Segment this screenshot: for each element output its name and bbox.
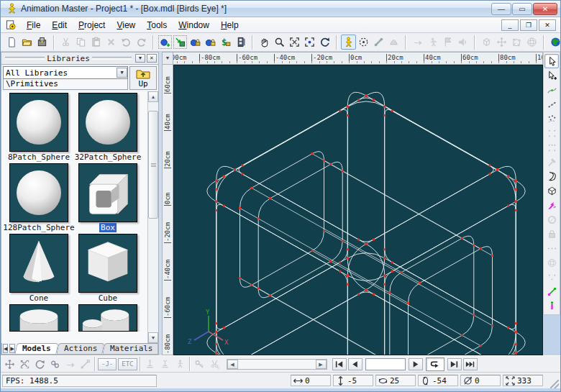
mdi-minimize-button[interactable]: _ <box>501 19 519 31</box>
menu-help[interactable]: Help <box>215 18 245 32</box>
zoom-button[interactable] <box>272 35 287 50</box>
loop-button[interactable] <box>426 357 444 371</box>
action-pose-button[interactable] <box>425 35 440 50</box>
library-item-128patch_sphere[interactable]: 128Patch_Sphere <box>4 163 73 232</box>
j-button[interactable]: -J- <box>98 358 117 370</box>
tick-magenta-button[interactable] <box>544 298 559 313</box>
library-item-8patch_sphere[interactable]: 8Patch_Sphere <box>4 93 73 162</box>
rotate-manipulator-button[interactable] <box>32 357 47 372</box>
line-green-button[interactable] <box>544 284 559 298</box>
close-button[interactable]: ✕ <box>533 3 557 15</box>
scrollbar-track[interactable] <box>148 102 158 332</box>
library-item-box[interactable]: Box <box>73 163 142 232</box>
save-package-button[interactable] <box>35 35 50 50</box>
library-item-32patch_sphere[interactable]: 32Patch_Sphere <box>73 93 142 162</box>
skeleton-small-button[interactable] <box>173 357 188 372</box>
redo-button[interactable] <box>134 35 149 50</box>
panel-pin-button[interactable]: ▼ <box>135 54 145 63</box>
new-document-button[interactable] <box>4 35 19 50</box>
key-button[interactable] <box>192 357 207 372</box>
tab-scroll-left-button[interactable]: ◀ <box>3 344 8 353</box>
step-forward-button[interactable] <box>447 358 462 370</box>
stand-button[interactable] <box>142 357 158 372</box>
library-film-button[interactable] <box>233 35 248 50</box>
add-point-button[interactable] <box>544 83 559 97</box>
maximize-button[interactable]: ▭ <box>512 3 532 15</box>
character-button[interactable] <box>341 35 356 50</box>
skeleton-mode-button[interactable] <box>356 35 371 50</box>
item-thumbnail[interactable] <box>9 163 68 222</box>
select-add-button[interactable] <box>544 68 559 83</box>
scroll-left-icon[interactable]: ◀ <box>227 360 238 369</box>
lathe-button[interactable] <box>544 169 559 183</box>
dropdown-arrow-icon[interactable]: ▼ <box>117 68 127 78</box>
cut-button[interactable] <box>58 35 73 50</box>
play-button[interactable] <box>409 358 423 370</box>
step-back-button[interactable] <box>332 358 347 370</box>
dots-row2-button[interactable] <box>544 270 559 284</box>
resize-grip[interactable] <box>550 380 559 388</box>
scrollbar-thumb[interactable] <box>148 111 158 219</box>
points-line-button[interactable] <box>544 97 559 111</box>
vector-line-button[interactable] <box>78 357 93 372</box>
zoom-fit-button[interactable] <box>287 35 302 50</box>
menu-edit[interactable]: Edit <box>46 18 73 32</box>
bone-button[interactable] <box>371 35 386 50</box>
library-import-button[interactable] <box>173 35 188 50</box>
menu-tools[interactable]: Tools <box>141 18 173 32</box>
library-lock-button[interactable] <box>188 35 203 50</box>
stand2-button[interactable] <box>158 357 173 372</box>
mdi-close-button[interactable]: ✕ <box>539 19 556 31</box>
item-thumbnail[interactable] <box>78 163 137 222</box>
points-lasso-button[interactable] <box>544 111 559 126</box>
undo-button[interactable] <box>119 35 134 50</box>
copy-button[interactable] <box>73 35 88 50</box>
panel-close-button[interactable]: ✕ <box>147 54 157 63</box>
tab-scroll-right-button[interactable]: ▶ <box>9 344 14 353</box>
scissors-bone-button[interactable] <box>207 357 222 372</box>
translate-manipulator-button[interactable] <box>494 35 509 50</box>
lock-button[interactable] <box>544 227 559 241</box>
item-thumbnail[interactable] <box>78 304 137 332</box>
speaker-button[interactable] <box>455 35 470 50</box>
refresh-button[interactable] <box>317 35 332 50</box>
tab-materials[interactable]: Materials <box>102 343 158 354</box>
circle-tool-button[interactable] <box>544 212 559 227</box>
item-thumbnail[interactable] <box>78 93 137 152</box>
library-item[interactable] <box>73 304 142 332</box>
delete-button[interactable] <box>104 35 119 50</box>
action-repeat-button[interactable] <box>410 35 425 50</box>
dots-grid-button[interactable] <box>544 126 559 140</box>
library-dropdown[interactable]: All Libraries ▼ <box>3 66 128 79</box>
mdi-restore-button[interactable]: ❐ <box>520 19 537 31</box>
library-locked-button[interactable] <box>203 35 218 50</box>
model-viewport[interactable]: YZX <box>173 65 543 355</box>
ruler-options-button[interactable]: ▼ <box>162 52 173 65</box>
item-thumbnail[interactable] <box>78 234 137 293</box>
library-dollar-button[interactable]: $ <box>218 35 233 50</box>
wire-globe-button[interactable] <box>544 255 559 270</box>
menu-window[interactable]: Window <box>173 18 215 32</box>
item-thumbnail[interactable] <box>9 93 68 152</box>
select-arrow-button[interactable] <box>544 54 559 68</box>
wireframe-model[interactable]: YZX <box>174 65 543 355</box>
pan-hand-button[interactable] <box>257 35 272 50</box>
scroll-down-icon[interactable]: ▼ <box>148 332 158 343</box>
tab-models[interactable]: Models <box>14 343 58 354</box>
library-item[interactable] <box>4 304 73 332</box>
extrude-button[interactable] <box>544 183 559 198</box>
muscle-button[interactable] <box>386 35 401 50</box>
library-new-button[interactable] <box>158 35 173 50</box>
earth-button[interactable] <box>548 35 561 50</box>
library-item-cube[interactable]: Cube <box>73 234 142 303</box>
zoom-selection-button[interactable] <box>302 35 317 50</box>
library-item-cone[interactable]: Cone <box>4 234 73 303</box>
action-repeat-button[interactable] <box>63 357 78 372</box>
libraries-panel-titlebar[interactable]: Libraries ▼ ✕ <box>1 52 159 65</box>
menu-project[interactable]: Project <box>73 18 111 32</box>
menu-file[interactable]: File <box>21 18 46 32</box>
action-flag-button[interactable] <box>440 35 455 50</box>
paste-button[interactable] <box>88 35 104 50</box>
frame-field[interactable] <box>365 358 406 370</box>
wire-cube-button[interactable] <box>479 35 494 50</box>
